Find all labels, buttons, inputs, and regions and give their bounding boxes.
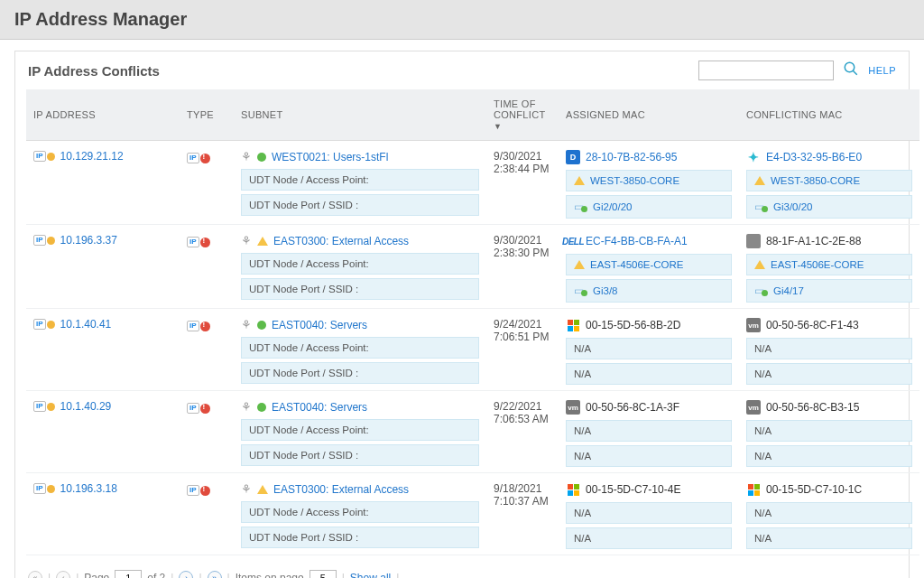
last-page-button[interactable]: » (208, 571, 222, 578)
assigned-port: N/A (574, 451, 591, 461)
status-up-icon (257, 153, 266, 162)
microsoft-icon (566, 482, 580, 497)
subnet-port-label: UDT Node Port / SSID : (241, 362, 479, 384)
table-row: IP 10.129.21.12 IP ⚘ WEST0021: Users-1st… (26, 141, 919, 225)
assigned-mac: 00-50-56-8C-1A-3F (586, 401, 679, 414)
conflicting-ap: N/A (754, 508, 772, 518)
warning-icon (257, 237, 268, 246)
conflicting-mac-link[interactable]: E4-D3-32-95-B6-E0 (766, 151, 862, 163)
microsoft-icon (566, 318, 580, 332)
subnet-ap-label: UDT Node / Access Point: (241, 419, 479, 441)
warning-icon (754, 260, 765, 269)
col-time[interactable]: TIME OF CONFLICT ▼ (486, 89, 559, 141)
ip-status-icon: IP (33, 401, 55, 412)
assigned-ap-link[interactable]: WEST-3850-CORE (590, 175, 679, 186)
subnet-link[interactable]: EAST0300: External Access (273, 483, 409, 496)
conflicting-ap: N/A (754, 425, 772, 436)
assigned-port-link[interactable]: Gi2/0/20 (593, 201, 632, 212)
title-bar: IP Address Manager (0, 0, 924, 40)
search-input[interactable] (698, 61, 834, 80)
port-icon: ▭ (574, 284, 587, 297)
warning-icon (574, 260, 585, 269)
table-row: IP 10.1.40.41 IP ⚘ EAST0040: Servers UDT… (26, 309, 919, 391)
ip-link[interactable]: 10.1.40.29 (60, 400, 112, 413)
table-row: IP 10.1.40.29 IP ⚘ EAST0040: Servers UDT… (26, 391, 919, 473)
conflicting-port: N/A (754, 368, 772, 379)
items-input[interactable] (310, 570, 337, 578)
svg-point-0 (845, 62, 855, 72)
ip-link[interactable]: 10.196.3.37 (60, 234, 117, 247)
subnet-link[interactable]: EAST0040: Servers (272, 319, 367, 331)
port-icon: ▭ (754, 200, 768, 213)
next-page-button[interactable]: › (179, 571, 193, 578)
warning-icon (574, 176, 585, 185)
conflicting-mac: 00-50-56-8C-F1-43 (766, 319, 859, 331)
subnet-ap-label: UDT Node / Access Point: (241, 253, 479, 275)
assigned-ap-cell: WEST-3850-CORE (566, 170, 732, 191)
assigned-port-cell: N/A (566, 445, 732, 467)
conflicting-port-cell: ▭Gi3/0/20 (746, 195, 912, 219)
subnet-link[interactable]: EAST0300: External Access (273, 235, 409, 247)
assigned-port-cell: ▭Gi3/8 (566, 279, 732, 303)
port-icon: ▭ (574, 200, 587, 213)
type-conflict-icon: IP (187, 403, 210, 414)
subnet-link[interactable]: EAST0040: Servers (272, 401, 367, 414)
assigned-ap: N/A (574, 425, 591, 436)
conflicting-ap-cell: N/A (746, 338, 912, 359)
conflicting-port-cell: N/A (746, 445, 912, 467)
conflicting-mac: 88-1F-A1-1C-2E-88 (766, 235, 861, 247)
subnet-port-label: UDT Node Port / SSID : (241, 278, 479, 300)
items-label: Items on page (236, 572, 304, 578)
type-conflict-icon: IP (187, 321, 210, 331)
assigned-ap-cell: N/A (566, 502, 732, 524)
assigned-ap-link[interactable]: EAST-4506E-CORE (590, 259, 684, 270)
ip-link[interactable]: 10.129.21.12 (60, 150, 124, 163)
subnet-ap-label: UDT Node / Access Point: (241, 337, 479, 359)
table-row: IP 10.196.3.18 IP ⚘ EAST0300: External A… (26, 473, 919, 555)
search-icon[interactable] (843, 61, 859, 80)
microsoft-icon (746, 482, 761, 497)
time-cell: 9/30/20212:38:30 PM (486, 225, 559, 309)
assigned-mac-link[interactable]: EC-F4-BB-CB-FA-A1 (586, 235, 688, 247)
show-all-link[interactable]: Show all (350, 572, 391, 578)
subnet-port-label: UDT Node Port / SSID : (241, 194, 479, 216)
conflicting-ap-cell: WEST-3850-CORE (746, 170, 912, 191)
vmware-icon: vm (566, 400, 580, 415)
conflicting-port: N/A (754, 451, 772, 461)
help-link[interactable]: HELP (868, 65, 896, 76)
conflicting-ap-cell: N/A (746, 420, 912, 442)
col-type[interactable]: TYPE (180, 89, 234, 141)
col-conflicting[interactable]: CONFLICTING MAC (739, 89, 919, 141)
col-assigned[interactable]: ASSIGNED MAC (559, 89, 739, 141)
ip-link[interactable]: 10.1.40.41 (60, 318, 112, 331)
ip-link[interactable]: 10.196.3.18 (60, 482, 117, 495)
assigned-port-link[interactable]: Gi3/8 (593, 285, 618, 296)
table-row: IP 10.196.3.37 IP ⚘ EAST0300: External A… (26, 225, 919, 309)
assigned-mac-link[interactable]: 28-10-7B-82-56-95 (586, 151, 677, 163)
col-ip[interactable]: IP ADDRESS (26, 89, 180, 141)
type-conflict-icon: IP (187, 153, 210, 163)
subnet-icon: ⚘ (241, 482, 252, 496)
ip-status-icon: IP (33, 151, 55, 162)
apple-icon (746, 234, 761, 248)
page-total: of 2 (147, 572, 165, 578)
first-page-button[interactable]: « (28, 571, 42, 578)
conflicting-ap-link[interactable]: WEST-3850-CORE (771, 175, 860, 186)
conflicting-ap: N/A (754, 343, 772, 354)
time-cell: 9/30/20212:38:44 PM (486, 141, 559, 225)
conflicting-ap-link[interactable]: EAST-4506E-CORE (771, 259, 864, 270)
conflicting-ap-cell: EAST-4506E-CORE (746, 254, 912, 275)
conflicting-mac: 00-15-5D-C7-10-1C (766, 483, 862, 496)
conflicting-port-link[interactable]: Gi3/0/20 (773, 201, 812, 212)
assigned-ap: N/A (574, 343, 591, 354)
subnet-link[interactable]: WEST0021: Users-1stFl (272, 151, 388, 163)
warning-icon (257, 485, 268, 494)
page-input[interactable] (115, 570, 142, 578)
prev-page-button[interactable]: ‹ (56, 571, 70, 578)
col-subnet[interactable]: SUBNET (234, 89, 486, 141)
assigned-port-cell: N/A (566, 527, 732, 549)
conflicting-ap-cell: N/A (746, 502, 912, 524)
conflicting-port-link[interactable]: Gi4/17 (773, 285, 804, 296)
vmware-icon: vm (746, 318, 761, 332)
port-icon: ▭ (754, 284, 768, 297)
